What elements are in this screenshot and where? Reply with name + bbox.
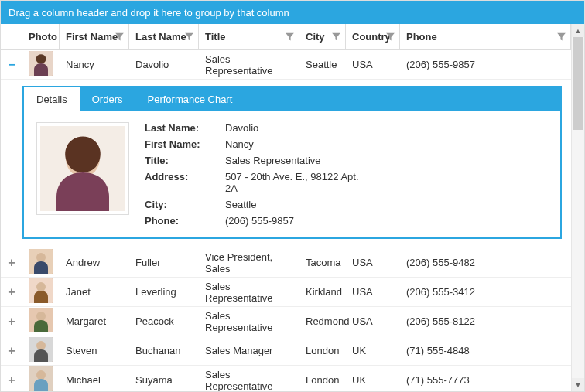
detail-city-value: Seattle <box>225 199 364 210</box>
detail-phone-value: (206) 555-9857 <box>225 215 364 227</box>
expand-icon[interactable]: + <box>1 344 22 358</box>
phone-cell: (206) 555-8122 <box>400 315 571 327</box>
grid-content: Photo First Name Last Name Title City Co… <box>1 24 571 391</box>
column-header-photo[interactable]: Photo <box>22 24 60 49</box>
last-name-cell: Buchanan <box>129 345 199 356</box>
city-cell: Seattle <box>299 59 346 70</box>
column-header-city[interactable]: City <box>299 24 346 49</box>
vertical-scrollbar[interactable]: ▲ ▼ <box>571 24 584 391</box>
column-label: First Name <box>66 31 118 43</box>
filter-icon[interactable] <box>332 32 340 41</box>
column-header-firstname[interactable]: First Name <box>60 24 129 49</box>
title-cell: Sales Representative <box>199 281 299 304</box>
expand-column-header <box>1 24 22 49</box>
detail-phone-label: Phone: <box>145 215 214 227</box>
table-row[interactable]: +MichaelSuyamaSales RepresentativeLondon… <box>1 366 571 391</box>
data-grid: Drag a column header and drop it here to… <box>0 0 585 392</box>
column-header-title[interactable]: Title <box>199 24 299 49</box>
column-label: City <box>306 31 325 43</box>
tab-performance[interactable]: Performance Chart <box>135 87 245 111</box>
title-cell: Sales Manager <box>199 345 299 356</box>
column-header-country[interactable]: Country <box>346 24 400 49</box>
group-by-header[interactable]: Drag a column header and drop it here to… <box>1 1 584 25</box>
table-row[interactable]: +AndrewFullerVice President, SalesTacoma… <box>1 248 571 278</box>
avatar-cell <box>22 308 60 335</box>
detail-fields: Last Name: Davolio First Name: Nancy Tit… <box>145 122 364 227</box>
city-cell: Redmond <box>299 315 346 327</box>
country-cell: USA <box>346 286 400 298</box>
detail-firstname-label: First Name: <box>145 138 214 150</box>
title-cell: Vice President, Sales <box>199 251 299 274</box>
expand-icon[interactable]: + <box>1 285 22 299</box>
city-cell: London <box>299 345 346 356</box>
scroll-down-icon[interactable]: ▼ <box>572 378 584 391</box>
table-row[interactable]: +JanetLeverlingSales RepresentativeKirkl… <box>1 278 571 307</box>
filter-icon[interactable] <box>386 32 395 41</box>
phone-cell: (71) 555-4848 <box>400 345 571 356</box>
last-name-cell: Peacock <box>129 315 199 327</box>
avatar <box>29 249 53 274</box>
column-label: Phone <box>406 31 437 43</box>
avatar <box>29 337 53 362</box>
detail-lastname-value: Davolio <box>225 122 364 134</box>
filter-icon[interactable] <box>286 32 294 41</box>
avatar-cell <box>22 249 60 276</box>
city-cell: Tacoma <box>299 257 346 268</box>
tab-details[interactable]: Details <box>24 87 80 111</box>
expand-icon[interactable]: + <box>1 315 22 329</box>
expand-icon[interactable]: + <box>1 373 22 387</box>
first-name-cell: Michael <box>60 374 129 386</box>
column-label: Title <box>205 31 226 43</box>
column-label: Photo <box>29 31 57 43</box>
phone-cell: (206) 555-9482 <box>400 257 571 268</box>
scrollbar-thumb[interactable] <box>573 37 583 130</box>
first-name-cell: Margaret <box>60 315 129 327</box>
city-cell: Kirkland <box>299 286 346 298</box>
phone-cell: (206) 555-9857 <box>400 59 571 70</box>
country-cell: USA <box>346 59 400 70</box>
avatar <box>29 366 53 391</box>
detail-firstname-value: Nancy <box>225 138 364 150</box>
scrollbar-track[interactable] <box>572 37 584 378</box>
svg-point-5 <box>36 253 46 262</box>
table-row[interactable]: +MargaretPeacockSales RepresentativeRedm… <box>1 307 571 336</box>
column-header-lastname[interactable]: Last Name <box>129 24 199 49</box>
avatar <box>29 278 53 303</box>
scroll-up-icon[interactable]: ▲ <box>572 24 584 37</box>
avatar <box>29 308 53 332</box>
country-cell: USA <box>346 257 400 268</box>
detail-tabs: Details Orders Performance Chart <box>24 87 560 111</box>
title-cell: Sales Representative <box>199 369 299 392</box>
svg-point-11 <box>36 341 46 350</box>
country-cell: UK <box>346 374 400 386</box>
column-label: Country <box>352 31 391 43</box>
first-name-cell: Andrew <box>60 257 129 268</box>
tab-orders[interactable]: Orders <box>80 87 135 111</box>
phone-cell: (71) 555-7773 <box>400 374 571 386</box>
avatar-cell <box>22 337 60 364</box>
city-cell: London <box>299 374 346 386</box>
table-row-expanded[interactable]: − Nancy Davolio Sales Representative Sea… <box>1 50 571 80</box>
detail-title-value: Sales Representative <box>225 155 364 166</box>
column-label: Last Name <box>135 31 186 43</box>
last-name-cell: Leverling <box>129 286 199 298</box>
collapse-icon[interactable]: − <box>1 58 22 72</box>
column-header-phone[interactable]: Phone <box>400 24 571 49</box>
detail-title-label: Title: <box>145 155 214 166</box>
detail-address-value: 507 - 20th Ave. E., 98122 Apt. 2A <box>225 171 364 194</box>
country-cell: USA <box>346 315 400 327</box>
last-name-cell: Davolio <box>129 59 199 70</box>
filter-icon[interactable] <box>185 32 193 41</box>
svg-point-9 <box>36 312 46 321</box>
expand-icon[interactable]: + <box>1 256 22 270</box>
title-cell: Sales Representative <box>199 53 299 77</box>
filter-icon[interactable] <box>557 32 566 41</box>
table-row[interactable]: +StevenBuchananSales ManagerLondonUK(71)… <box>1 336 571 366</box>
avatar-cell <box>22 278 60 305</box>
first-name-cell: Janet <box>60 286 129 298</box>
detail-content: Last Name: Davolio First Name: Nancy Tit… <box>24 111 560 237</box>
detail-lastname-label: Last Name: <box>145 122 214 134</box>
filter-icon[interactable] <box>115 32 124 41</box>
detail-panel: Details Orders Performance Chart Last Na… <box>22 86 562 239</box>
first-name-cell: Steven <box>60 345 129 356</box>
